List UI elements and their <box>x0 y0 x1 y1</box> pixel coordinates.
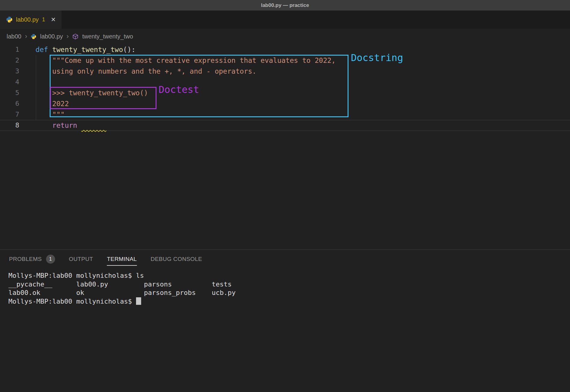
code-text: >>> twenty_twenty_two() <box>36 87 148 98</box>
python-icon <box>6 16 13 23</box>
terminal-line: lab00.ok ok parsons_probs ucb.py <box>8 289 570 297</box>
tab-bar: lab00.py 1 ✕ <box>0 11 570 29</box>
code-line-6[interactable]: 6 2022 <box>0 98 570 109</box>
code-line-1[interactable]: 1 def twenty_twenty_two(): <box>0 44 570 55</box>
tab-lab00py[interactable]: lab00.py 1 ✕ <box>0 11 62 29</box>
panel-tab-bar: PROBLEMS 1 OUTPUT TERMINAL DEBUG CONSOLE <box>0 250 570 268</box>
breadcrumb-file[interactable]: lab00.py <box>40 33 63 40</box>
panel-tab-output[interactable]: OUTPUT <box>69 256 93 262</box>
panel-tab-label: PROBLEMS <box>9 256 42 262</box>
line-number[interactable]: 2 <box>0 55 19 66</box>
line-number[interactable]: 4 <box>0 77 19 87</box>
breadcrumb-folder[interactable]: lab00 <box>7 33 21 40</box>
panel-tab-label: OUTPUT <box>69 256 93 262</box>
line-number[interactable]: 3 <box>0 66 19 77</box>
indent-guide <box>36 55 36 120</box>
code-editor[interactable]: 1 def twenty_twenty_two(): 2 """Come up … <box>0 44 570 250</box>
terminal-line: __pycache__ lab00.py parsons tests <box>8 280 570 289</box>
code-text: using only numbers and the +, *, and - o… <box>36 66 256 77</box>
line-number[interactable]: 6 <box>0 98 19 109</box>
line-number[interactable]: 7 <box>0 109 19 120</box>
python-icon <box>31 34 36 39</box>
panel-tab-debug-console[interactable]: DEBUG CONSOLE <box>151 256 202 262</box>
breadcrumb-symbol[interactable]: twenty_twenty_two <box>82 33 133 40</box>
terminal[interactable]: Mollys-MBP:lab00 mollynicholas$ ls __pyc… <box>0 268 570 306</box>
code-line-2[interactable]: 2 """Come up with the most creative expr… <box>0 55 570 66</box>
bottom-panel: PROBLEMS 1 OUTPUT TERMINAL DEBUG CONSOLE… <box>0 250 570 392</box>
docstring-annotation-label: Docstring <box>351 52 403 63</box>
code-line-4[interactable]: 4 <box>0 77 570 87</box>
tab-problem-count: 1 <box>42 17 45 23</box>
terminal-prompt: Mollys-MBP:lab00 mollynicholas$ <box>8 298 136 305</box>
code-text: return <box>36 120 106 131</box>
breadcrumb: lab00 › lab00.py › twenty_twenty_two <box>0 29 570 44</box>
code-line-3[interactable]: 3 using only numbers and the +, *, and -… <box>0 66 570 77</box>
line-number[interactable]: 1 <box>0 44 19 55</box>
tab-label: lab00.py <box>16 16 39 23</box>
chevron-right-icon: › <box>67 32 69 40</box>
code-text: 2022 <box>36 98 69 109</box>
terminal-cursor <box>136 297 141 305</box>
tab-close-icon[interactable]: ✕ <box>51 16 56 23</box>
code-line-7[interactable]: 7 """ <box>0 109 570 120</box>
code-line-5[interactable]: 5 >>> twenty_twenty_two() <box>0 87 570 98</box>
symbol-cube-icon <box>72 33 79 40</box>
panel-tab-label: DEBUG CONSOLE <box>151 256 202 262</box>
window-title: lab00.py — practice <box>261 2 309 8</box>
terminal-line: Mollys-MBP:lab00 mollynicholas$ ls <box>8 271 570 280</box>
problems-count-badge: 1 <box>46 255 55 264</box>
window-titlebar: lab00.py — practice <box>0 0 570 11</box>
line-number[interactable]: 5 <box>0 87 19 98</box>
warning-squiggle <box>81 121 106 129</box>
code-text: """ <box>36 109 65 120</box>
panel-tab-terminal[interactable]: TERMINAL <box>107 256 137 262</box>
doctest-annotation-label: Doctest <box>159 84 199 95</box>
panel-tab-label: TERMINAL <box>107 256 137 262</box>
panel-tab-problems[interactable]: PROBLEMS 1 <box>9 255 55 264</box>
line-number[interactable]: 8 <box>0 120 19 131</box>
code-text: """Come up with the most creative expres… <box>36 55 336 66</box>
terminal-prompt-line: Mollys-MBP:lab00 mollynicholas$ <box>8 297 570 306</box>
code-line-8[interactable]: 8 return <box>0 120 570 131</box>
chevron-right-icon: › <box>25 32 27 40</box>
code-text: def twenty_twenty_two(): <box>36 44 135 55</box>
